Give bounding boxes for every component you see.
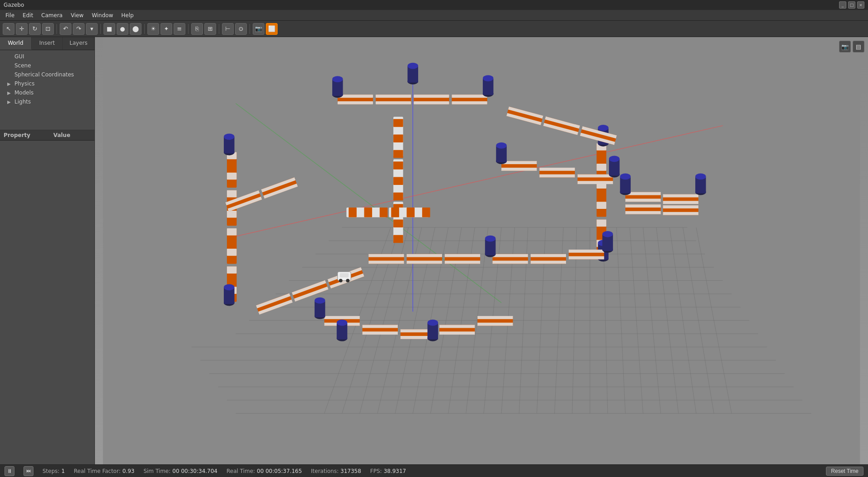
tree-item-scene[interactable]: Scene	[0, 61, 94, 70]
spot-light-button[interactable]: ✦	[160, 23, 172, 35]
steps-label: Steps:	[42, 468, 60, 474]
svg-rect-51	[414, 101, 449, 104]
sidebar-tree: GUI Scene Spherical Coordinates ▶ Physic…	[0, 50, 94, 130]
menu-edit[interactable]: Edit	[19, 11, 37, 19]
paste-button[interactable]: ⊞	[204, 23, 216, 35]
screenshot-button[interactable]: 📷	[253, 23, 264, 35]
svg-rect-122	[439, 325, 475, 328]
sep4	[188, 24, 189, 34]
viewport[interactable]: 📷 ▤	[95, 37, 868, 464]
record-button[interactable]: ⬜	[266, 23, 278, 35]
close-button[interactable]: ×	[857, 1, 864, 9]
tree-label-physics: Physics	[14, 80, 34, 87]
menu-help[interactable]: Help	[118, 11, 137, 19]
svg-rect-193	[407, 254, 442, 257]
sidebar: World Insert Layers GUI Scene Spherical …	[0, 37, 95, 464]
tree-arrow-physics: ▶	[7, 81, 13, 86]
sphere-shape-button[interactable]: ●	[117, 23, 128, 35]
svg-rect-107	[324, 316, 359, 319]
svg-rect-145	[380, 208, 388, 217]
cylinder-shape-button[interactable]: ⬤	[130, 23, 142, 35]
minimize-button[interactable]: _	[839, 1, 846, 9]
scale-tool-button[interactable]: ⊡	[42, 23, 54, 35]
svg-rect-176	[492, 261, 528, 264]
svg-rect-135	[393, 161, 403, 170]
svg-rect-182	[569, 256, 604, 260]
real-time-value: 00 00:05:37.165	[257, 468, 302, 474]
undo-dropdown-button[interactable]: ▾	[86, 23, 98, 35]
maximize-button[interactable]: □	[848, 1, 855, 9]
fps-value: 38.9317	[384, 468, 406, 474]
svg-point-93	[598, 125, 609, 131]
svg-point-63	[407, 63, 418, 69]
screenshot-viewport-button[interactable]: 📷	[839, 41, 851, 52]
real-time-item: Real Time: 00 00:05:37.165	[226, 468, 302, 474]
svg-rect-163	[539, 168, 575, 171]
tab-world[interactable]: World	[0, 37, 32, 50]
svg-point-188	[602, 231, 613, 237]
log-viewport-button[interactable]: ▤	[853, 41, 864, 52]
svg-rect-53	[452, 94, 487, 98]
copy-button[interactable]: ⎘	[191, 23, 203, 35]
tree-item-spherical-coords[interactable]: Spherical Coordinates	[0, 70, 94, 79]
steps-item: Steps: 1	[42, 468, 65, 474]
window-controls: _ □ ×	[839, 1, 864, 9]
svg-rect-132	[393, 134, 403, 142]
tree-label-lights: Lights	[14, 99, 31, 105]
svg-point-222	[620, 174, 631, 180]
select-tool-button[interactable]: ↖	[3, 23, 14, 35]
svg-rect-140	[393, 219, 403, 227]
svg-rect-178	[531, 254, 566, 257]
line-light-button[interactable]: ≡	[174, 23, 185, 35]
svg-rect-84	[597, 164, 607, 171]
sun-light-button[interactable]: ☀	[147, 23, 159, 35]
svg-point-117	[315, 298, 326, 304]
menu-window[interactable]: Window	[88, 11, 117, 19]
svg-rect-54	[452, 101, 487, 104]
svg-point-173	[609, 156, 620, 162]
toolbar: ↖ ✛ ↻ ⊡ ↶ ↷ ▾ ■ ● ⬤ ☀ ✦ ≡ ⎘ ⊞ ⊢ ⊙ 📷 ⬜	[0, 21, 868, 37]
box-shape-button[interactable]: ■	[104, 23, 115, 35]
sep5	[219, 24, 219, 34]
svg-rect-148	[407, 208, 415, 217]
sim-time-value: 00 00:30:34.704	[172, 468, 217, 474]
svg-rect-161	[501, 168, 537, 171]
tree-item-lights[interactable]: ▶ Lights	[0, 97, 94, 106]
fps-label: FPS:	[370, 468, 382, 474]
svg-rect-136	[393, 177, 403, 185]
sep1	[57, 24, 57, 34]
rotate-tool-button[interactable]: ↻	[29, 23, 41, 35]
menu-file[interactable]: File	[2, 11, 18, 19]
iterations-item: Iterations: 317358	[311, 468, 361, 474]
tree-item-physics[interactable]: ▶ Physics	[0, 79, 94, 88]
pause-icon: ⏸	[7, 468, 12, 474]
tab-insert[interactable]: Insert	[32, 37, 63, 50]
measure-button[interactable]: ⊢	[222, 23, 234, 35]
waypoint-button[interactable]: ⊙	[235, 23, 247, 35]
svg-rect-215	[663, 194, 698, 198]
menu-camera[interactable]: Camera	[38, 11, 66, 19]
tab-layers[interactable]: Layers	[63, 37, 94, 50]
reset-time-button[interactable]: Reset Time	[826, 467, 863, 476]
translate-tool-button[interactable]: ✛	[16, 23, 28, 35]
pause-button[interactable]: ⏸	[5, 466, 14, 476]
svg-point-129	[428, 320, 439, 326]
tree-item-models[interactable]: ▶ Models	[0, 88, 94, 97]
svg-rect-175	[492, 254, 528, 257]
svg-rect-197	[445, 261, 480, 264]
undo-button[interactable]: ↶	[60, 23, 71, 35]
step-icon: ⏭	[26, 468, 31, 474]
tree-label-spherical: Spherical Coordinates	[14, 71, 74, 78]
redo-button[interactable]: ↷	[73, 23, 85, 35]
status-bar: ⏸ ⏭ Steps: 1 Real Time Factor: 0.93 Sim …	[0, 464, 868, 477]
realtime-factor-item: Real Time Factor: 0.93	[74, 468, 134, 474]
menu-view[interactable]: View	[67, 11, 87, 19]
tree-item-gui[interactable]: GUI	[0, 52, 94, 61]
svg-rect-72	[227, 249, 237, 256]
step-button[interactable]: ⏭	[24, 466, 33, 476]
svg-rect-133	[393, 150, 403, 158]
svg-rect-44	[338, 94, 373, 98]
svg-rect-126	[477, 323, 513, 326]
svg-rect-209	[625, 192, 660, 195]
svg-rect-111	[363, 331, 398, 335]
